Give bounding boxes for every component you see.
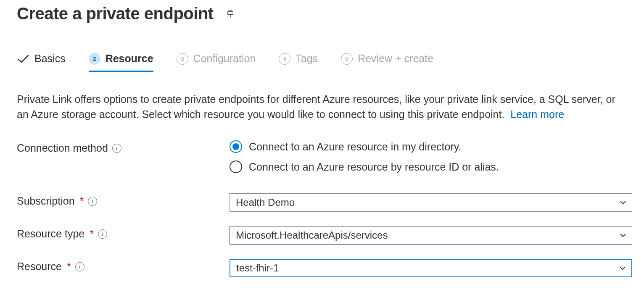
chevron-down-icon xyxy=(619,232,627,239)
resource-type-label: Resource type xyxy=(17,228,84,240)
connection-method-label: Connection method xyxy=(17,142,108,154)
step-number: 4 xyxy=(279,53,290,65)
tab-tags[interactable]: 4 Tags xyxy=(279,53,318,72)
select-value: Health Demo xyxy=(236,197,295,208)
radio-connect-directory[interactable]: Connect to an Azure resource in my direc… xyxy=(230,140,627,153)
select-value: test-fhir-1 xyxy=(236,262,279,274)
chevron-down-icon xyxy=(619,264,626,272)
tab-label: Tags xyxy=(296,53,318,65)
info-icon[interactable]: i xyxy=(75,262,84,271)
subscription-label: Subscription xyxy=(17,195,75,207)
tab-configuration[interactable]: 3 Configuration xyxy=(177,53,256,72)
description-text: Private Link offers options to create pr… xyxy=(17,92,626,122)
required-indicator: * xyxy=(90,228,94,240)
learn-more-link[interactable]: Learn more xyxy=(510,108,564,120)
tab-resource[interactable]: 2 Resource xyxy=(89,53,153,72)
check-icon xyxy=(17,54,29,64)
step-number: 3 xyxy=(177,53,188,65)
resource-label: Resource xyxy=(17,261,62,273)
info-icon[interactable]: i xyxy=(112,144,121,153)
page-title: Create a private endpoint xyxy=(17,4,214,23)
subscription-select[interactable]: Health Demo xyxy=(230,193,632,212)
info-icon[interactable]: i xyxy=(88,197,97,206)
tab-review-create[interactable]: 5 Review + create xyxy=(341,53,433,72)
info-icon[interactable]: i xyxy=(98,229,107,239)
radio-label: Connect to an Azure resource in my direc… xyxy=(249,141,461,153)
resource-select[interactable]: test-fhir-1 xyxy=(230,259,632,277)
connection-method-radio-group: Connect to an Azure resource in my direc… xyxy=(230,140,627,173)
radio-icon xyxy=(230,161,242,173)
tab-basics[interactable]: Basics xyxy=(17,53,66,72)
pin-icon[interactable] xyxy=(226,10,235,18)
required-indicator: * xyxy=(80,195,84,207)
step-number: 2 xyxy=(89,53,100,65)
radio-label: Connect to an Azure resource by resource… xyxy=(249,161,499,173)
radio-connect-resource-id[interactable]: Connect to an Azure resource by resource… xyxy=(230,161,627,173)
tab-label: Configuration xyxy=(193,53,256,65)
tab-label: Review + create xyxy=(358,53,433,65)
chevron-down-icon xyxy=(619,199,627,206)
step-number: 5 xyxy=(341,53,353,65)
tab-label: Resource xyxy=(106,53,153,65)
svg-rect-1 xyxy=(227,12,233,14)
tab-label: Basics xyxy=(34,53,66,65)
radio-icon xyxy=(230,140,242,153)
wizard-tabs: Basics 2 Resource 3 Configuration 4 Tags… xyxy=(17,53,627,72)
required-indicator: * xyxy=(67,261,71,273)
select-value: Microsoft.HealthcareApis/services xyxy=(236,229,388,241)
resource-type-select[interactable]: Microsoft.HealthcareApis/services xyxy=(230,226,632,245)
